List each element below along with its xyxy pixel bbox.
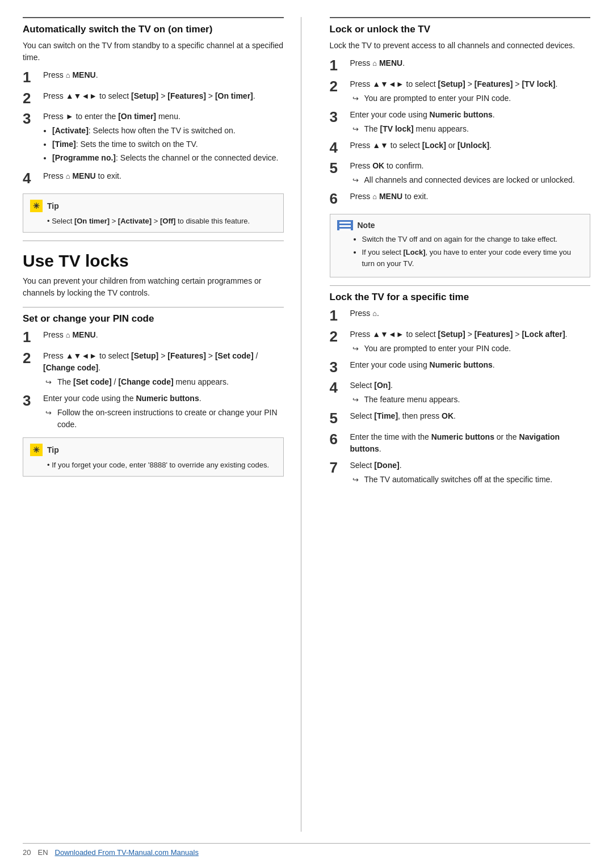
step-content: Enter the time with the Numeric buttons … — [350, 431, 591, 455]
step-item: 4 Select [On]. ↪ The feature menu appear… — [330, 380, 591, 406]
step-num: 2 — [23, 350, 40, 366]
step-num: 3 — [330, 359, 347, 376]
step-item: 2 Press ▲▼◄► to select [Setup] > [Featur… — [330, 78, 591, 104]
arrow-sym: ↪ — [45, 377, 54, 388]
step-num: 4 — [330, 380, 347, 396]
tip-content: • Select [On timer] > [Activate] > [Off]… — [30, 216, 276, 227]
step-content: Press ⌂ MENU to exit. — [43, 170, 284, 182]
lock-specific-rule — [330, 285, 591, 286]
arrow-indent: ↪ The [Set code] / [Change code] menu ap… — [43, 376, 284, 388]
lock-unlock-intro: Lock the TV to prevent access to all cha… — [330, 40, 591, 52]
step-item: 6 Press ⌂ MENU to exit. — [330, 191, 591, 207]
lock-specific-steps: 1 Press ⌂. 2 Press ▲▼◄► to select [Setup… — [330, 307, 591, 486]
step-content: Press ⌂. — [350, 307, 591, 319]
step-content: Select [Done]. ↪ The TV automatically sw… — [350, 460, 591, 486]
step-item: 3 Enter your code using Numeric buttons. — [330, 359, 591, 376]
step-item: 4 Press ⌂ MENU to exit. — [23, 170, 284, 187]
arrow-text: All channels and connected devices are l… — [364, 174, 575, 186]
step-num: 5 — [330, 410, 347, 427]
arrow-text: The feature menu appears. — [364, 394, 460, 406]
note-header: Note — [337, 220, 583, 230]
lock-specific-title: Lock the TV for a specific time — [330, 292, 591, 303]
lock-unlock-rule — [330, 17, 591, 18]
col-right: Lock or unlock the TV Lock the TV to pre… — [324, 17, 591, 832]
step-item: 3 Enter your code using the Numeric butt… — [23, 393, 284, 431]
arrow-sym: ↪ — [352, 343, 362, 355]
note-label: Note — [358, 221, 375, 230]
tip-icon: ✳ — [30, 444, 43, 456]
step-content: Press ⌂ MENU to exit. — [350, 191, 591, 203]
step-num: 5 — [330, 160, 347, 176]
note-box: Note Switch the TV off and on again for … — [330, 214, 591, 278]
use-tv-locks-title: Use TV locks — [23, 251, 284, 271]
arrow-sym: ↪ — [352, 93, 362, 104]
arrow-text: You are prompted to enter your PIN code. — [364, 92, 511, 104]
step-content: Press ▲▼◄► to select [Setup] > [Features… — [350, 78, 591, 104]
arrow-sym: ↪ — [352, 175, 362, 186]
arrow-indent: ↪ You are prompted to enter your PIN cod… — [350, 92, 591, 104]
arrow-text: The [TV lock] menu appears. — [364, 123, 469, 135]
step-item: 2 Press ▲▼◄► to select [Setup] > [Featur… — [330, 328, 591, 355]
arrow-sym: ↪ — [352, 394, 362, 406]
step-sub-item: [Activate]: Selects how often the TV is … — [52, 125, 284, 137]
step-item: 3 Press ► to enter the [On timer] menu. … — [23, 111, 284, 166]
section1-title: Automatically switch the TV on (on timer… — [23, 24, 284, 35]
note-item: Switch the TV off and on again for the c… — [362, 234, 583, 245]
step-num: 1 — [330, 57, 347, 74]
arrow-indent: ↪ The TV automatically switches off at t… — [350, 474, 591, 486]
footer-link[interactable]: Downloaded From TV-Manual.com Manuals — [55, 848, 199, 857]
step-item: 5 Select [Time], then press OK. — [330, 410, 591, 427]
step-content: Press ▲▼◄► to select [Setup] > [Features… — [43, 90, 284, 102]
section1-intro: You can switch on the TV from standby to… — [23, 40, 284, 64]
step-content: Press ▲▼◄► to select [Setup] > [Features… — [43, 350, 284, 388]
arrow-sym: ↪ — [352, 124, 362, 135]
step-num: 6 — [330, 431, 347, 448]
page: Automatically switch the TV on (on timer… — [0, 0, 613, 868]
note-item: If you select [Lock], you have to enter … — [362, 247, 583, 269]
step-item: 4 Press ▲▼ to select [Lock] or [Unlock]. — [330, 140, 591, 156]
use-tv-locks-intro: You can prevent your children from watch… — [23, 275, 284, 299]
step-num: 1 — [23, 329, 40, 345]
step-sub-item: [Time]: Sets the time to switch on the T… — [52, 138, 284, 150]
step-num: 2 — [330, 78, 347, 95]
step-content: Press ⌂ MENU. — [350, 57, 591, 69]
step-item: 2 Press ▲▼◄► to select [Setup] > [Featur… — [23, 90, 284, 107]
step-content: Press ▲▼ to select [Lock] or [Unlock]. — [350, 140, 591, 151]
arrow-indent: ↪ The feature menu appears. — [350, 394, 591, 406]
pin-section-rule — [23, 307, 284, 307]
arrow-indent: ↪ You are prompted to enter your PIN cod… — [350, 343, 591, 355]
step-num: 3 — [23, 111, 40, 127]
footer-page: 20 — [23, 848, 31, 857]
tip-label: Tip — [47, 445, 59, 454]
step-num: 4 — [330, 140, 347, 156]
step-item: 3 Enter your code using Numeric buttons.… — [330, 109, 591, 135]
step-num: 6 — [330, 191, 347, 207]
step-content: Select [On]. ↪ The feature menu appears. — [350, 380, 591, 406]
arrow-text: The TV automatically switches off at the… — [364, 474, 553, 486]
step-content: Select [Time], then press OK. — [350, 410, 591, 422]
col-left: Automatically switch the TV on (on timer… — [23, 17, 301, 832]
step-item: 1 Press ⌂ MENU. — [23, 69, 284, 86]
step-num: 7 — [330, 460, 347, 476]
tip-content: • If you forget your code, enter '8888' … — [30, 460, 276, 471]
lock-unlock-title: Lock or unlock the TV — [330, 24, 591, 35]
arrow-indent: ↪ The [TV lock] menu appears. — [350, 123, 591, 135]
pin-steps: 1 Press ⌂ MENU. 2 Press ▲▼◄► to select [… — [23, 329, 284, 431]
step-content: Enter your code using Numeric buttons. ↪… — [350, 109, 591, 135]
arrow-sym: ↪ — [352, 474, 362, 486]
step-sub-item: [Programme no.]: Selects the channel or … — [52, 152, 284, 164]
step-content: Press ⌂ MENU. — [43, 329, 284, 341]
step-item: 2 Press ▲▼◄► to select [Setup] > [Featur… — [23, 350, 284, 388]
tip-label: Tip — [47, 201, 59, 210]
step-num: 4 — [23, 170, 40, 187]
pin-section-title: Set or change your PIN code — [23, 313, 284, 325]
step-content: Enter your code using the Numeric button… — [43, 393, 284, 431]
step-num: 3 — [23, 393, 40, 409]
arrow-text: You are prompted to enter your PIN code. — [364, 343, 511, 355]
step-content: Press ▲▼◄► to select [Setup] > [Features… — [350, 328, 591, 355]
section-rule-1 — [23, 17, 284, 18]
step-item: 1 Press ⌂ MENU. — [330, 57, 591, 74]
tip-header: ✳ Tip — [30, 444, 276, 456]
step-content: Press ► to enter the [On timer] menu. [A… — [43, 111, 284, 166]
step-num: 3 — [330, 109, 347, 125]
